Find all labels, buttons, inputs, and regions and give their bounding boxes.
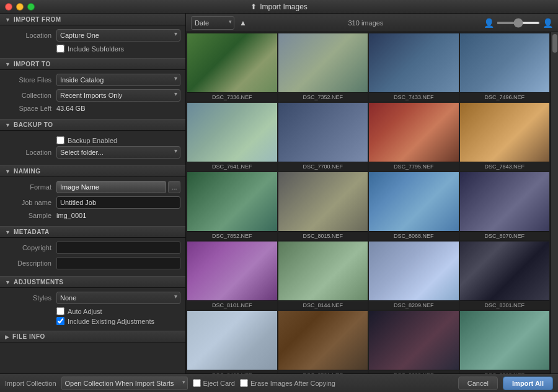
collection-option-select[interactable]: Open Collection When Import Starts Do No…	[61, 377, 188, 390]
sort-select-wrapper[interactable]: Date Name Size	[191, 16, 234, 30]
backup-location-row: Location Select folder...	[5, 146, 180, 159]
sample-value: img_0001	[56, 212, 86, 219]
adjustments-header[interactable]: ▼ ADJUSTMENTS	[0, 276, 185, 288]
photo-cell-17[interactable]: DSC_8402.NEF	[187, 311, 277, 373]
eject-card-checkbox[interactable]	[193, 379, 201, 387]
photo-cell-19[interactable]: DSC_8602.NEF	[369, 311, 459, 373]
photo-label-7: DSC_7795.NEF	[369, 162, 459, 171]
format-dots-button[interactable]: ...	[168, 181, 180, 193]
photo-grid: DSC_7336.NEFDSC_7352.NEFDSC_7433.NEFDSC_…	[186, 32, 551, 373]
include-existing-label: Include Existing Adjustments	[68, 318, 154, 325]
import-all-button[interactable]: Import All	[503, 377, 553, 390]
auto-adjust-checkbox[interactable]	[56, 307, 64, 315]
window-controls[interactable]	[5, 3, 35, 11]
erase-images-text: Erase Images After Copying	[250, 380, 335, 387]
backup-location-select[interactable]: Select folder...	[56, 146, 180, 159]
photo-cell-7[interactable]: DSC_7795.NEF	[369, 103, 459, 171]
photo-cell-14[interactable]: DSC_8144.NEF	[278, 242, 368, 310]
photo-thumb-3	[369, 33, 459, 92]
job-name-input[interactable]	[56, 196, 180, 209]
photo-cell-18[interactable]: DSC_8501.NEF	[278, 311, 368, 373]
import-from-header[interactable]: ▼ IMPORT FROM	[0, 14, 185, 25]
photo-label-19: DSC_8602.NEF	[369, 370, 459, 373]
collection-select-wrapper[interactable]: Recent Imports Only All Images	[56, 89, 180, 102]
photo-cell-9[interactable]: DSC_7852.NEF	[187, 172, 277, 240]
photo-thumb-10	[278, 172, 368, 231]
title-bar: ⬆ Import Images	[0, 0, 558, 14]
collection-option-wrapper[interactable]: Open Collection When Import Starts Do No…	[61, 377, 188, 390]
subfolders-checkbox[interactable]	[56, 45, 64, 53]
store-files-select[interactable]: Inside Catalog In Original Location	[56, 74, 180, 86]
subfolders-row: Include Subfolders	[56, 45, 180, 53]
photo-cell-15[interactable]: DSC_8209.NEF	[369, 242, 459, 310]
collection-label: Collection	[5, 92, 51, 99]
subfolders-label: Include Subfolders	[68, 45, 124, 53]
include-existing-checkbox[interactable]	[56, 317, 64, 325]
photo-cell-4[interactable]: DSC_7496.NEF	[460, 33, 550, 102]
eject-card-label[interactable]: Eject Card	[193, 379, 235, 387]
photo-label-8: DSC_7843.NEF	[460, 162, 550, 171]
photo-cell-20[interactable]: DSC_8703.NEF	[460, 311, 550, 373]
right-panel: Date Name Size ▲ 310 images 👤 👤 DSC_7336…	[186, 14, 558, 373]
photo-thumb-13	[187, 242, 277, 300]
backup-to-header[interactable]: ▼ BACKUP TO	[0, 119, 185, 131]
backup-to-label: BACKUP TO	[14, 121, 53, 128]
photo-thumb-2	[278, 33, 368, 92]
backup-location-label: Location	[5, 149, 51, 156]
erase-images-checkbox[interactable]	[240, 379, 248, 387]
store-files-select-wrapper[interactable]: Inside Catalog In Original Location	[56, 74, 180, 86]
copyright-row: Copyright	[5, 242, 180, 254]
close-button[interactable]	[5, 3, 12, 11]
photo-cell-16[interactable]: DSC_8301.NEF	[460, 242, 550, 310]
backup-to-arrow: ▼	[5, 122, 11, 128]
sort-select[interactable]: Date Name Size	[191, 16, 234, 30]
format-button[interactable]: Image Name	[56, 181, 166, 193]
sort-direction-button[interactable]: ▲	[238, 17, 248, 28]
photo-cell-5[interactable]: DSC_7641.NEF	[187, 103, 277, 171]
photo-thumb-4	[460, 33, 550, 92]
space-left-value: 43.64 GB	[56, 105, 85, 112]
location-select-wrapper[interactable]: Capture One	[56, 29, 180, 41]
import-from-body: Location Capture One Include Subfolders	[0, 25, 185, 58]
description-input[interactable]	[56, 257, 180, 269]
styles-select[interactable]: None	[56, 292, 180, 304]
user-icon-large: 👤	[542, 18, 553, 28]
thumbnail-size-slider[interactable]	[497, 22, 540, 24]
scroll-handle[interactable]	[551, 32, 558, 373]
photo-label-15: DSC_8209.NEF	[369, 300, 459, 310]
styles-select-wrapper[interactable]: None	[56, 292, 180, 304]
photo-cell-1[interactable]: DSC_7336.NEF	[187, 33, 277, 102]
naming-header[interactable]: ▼ NAMING	[0, 165, 185, 177]
photo-cell-10[interactable]: DSC_8015.NEF	[278, 172, 368, 240]
photo-label-3: DSC_7433.NEF	[369, 92, 459, 102]
location-label: Location	[5, 32, 51, 39]
import-to-arrow: ▼	[5, 61, 11, 68]
file-info-header[interactable]: ▶ FILE INFO	[0, 331, 185, 342]
collection-select[interactable]: Recent Imports Only All Images	[56, 89, 180, 102]
import-collection-label: Import Collection	[5, 380, 56, 387]
photo-cell-2[interactable]: DSC_7352.NEF	[278, 33, 368, 102]
sample-label: Sample	[5, 212, 51, 219]
photo-thumb-16	[460, 242, 550, 300]
scroll-thumb[interactable]	[552, 34, 557, 53]
import-to-header[interactable]: ▼ IMPORT TO	[0, 58, 185, 70]
photo-cell-11[interactable]: DSC_8068.NEF	[369, 172, 459, 240]
photo-cell-3[interactable]: DSC_7433.NEF	[369, 33, 459, 102]
backup-enabled-checkbox[interactable]	[56, 136, 64, 144]
photo-cell-12[interactable]: DSC_8070.NEF	[460, 172, 550, 240]
adjustments-body: Styles None Auto Adjust Include Existing…	[0, 288, 185, 331]
metadata-header[interactable]: ▼ METADATA	[0, 226, 185, 238]
photo-cell-8[interactable]: DSC_7843.NEF	[460, 103, 550, 171]
photo-cell-13[interactable]: DSC_8101.NEF	[187, 242, 277, 310]
location-select[interactable]: Capture One	[56, 29, 180, 41]
erase-images-label[interactable]: Erase Images After Copying	[240, 379, 335, 387]
maximize-button[interactable]	[27, 3, 35, 11]
cancel-button[interactable]: Cancel	[458, 377, 498, 390]
backup-location-select-wrapper[interactable]: Select folder...	[56, 146, 180, 159]
description-label: Description	[5, 259, 51, 267]
photo-cell-6[interactable]: DSC_7700.NEF	[278, 103, 368, 171]
job-name-row: Job name	[5, 196, 180, 209]
photo-label-14: DSC_8144.NEF	[278, 300, 368, 310]
copyright-input[interactable]	[56, 242, 180, 254]
minimize-button[interactable]	[16, 3, 24, 11]
